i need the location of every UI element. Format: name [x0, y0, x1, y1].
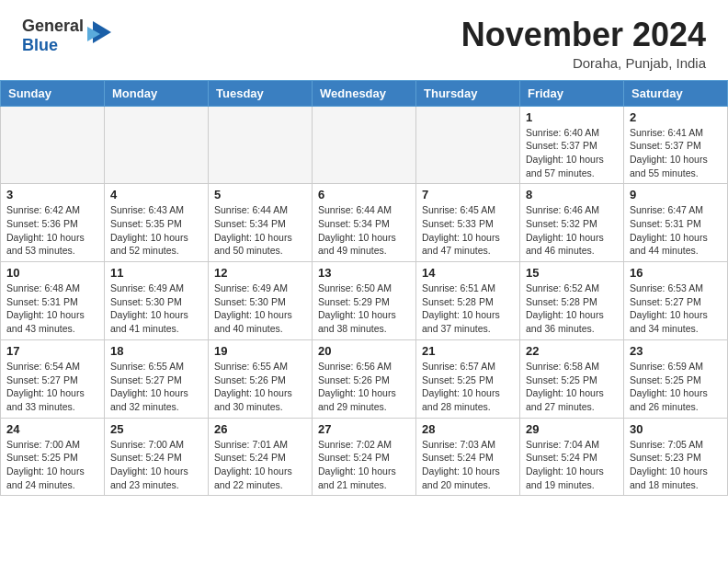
- calendar-cell: 24Sunrise: 7:00 AM Sunset: 5:25 PM Dayli…: [1, 418, 105, 496]
- day-info: Sunrise: 6:49 AM Sunset: 5:30 PM Dayligh…: [110, 282, 202, 336]
- calendar-cell: 25Sunrise: 7:00 AM Sunset: 5:24 PM Dayli…: [105, 418, 209, 496]
- calendar-cell: 1Sunrise: 6:40 AM Sunset: 5:37 PM Daylig…: [520, 106, 624, 184]
- day-number: 27: [318, 422, 410, 436]
- day-info: Sunrise: 6:53 AM Sunset: 5:27 PM Dayligh…: [630, 282, 722, 336]
- day-info: Sunrise: 6:40 AM Sunset: 5:37 PM Dayligh…: [526, 126, 618, 180]
- calendar-cell: 14Sunrise: 6:51 AM Sunset: 5:28 PM Dayli…: [416, 262, 520, 340]
- calendar-cell: [209, 106, 313, 184]
- day-info: Sunrise: 6:44 AM Sunset: 5:34 PM Dayligh…: [214, 203, 306, 258]
- weekday-header-row: SundayMondayTuesdayWednesdayThursdayFrid…: [1, 80, 728, 106]
- day-info: Sunrise: 6:59 AM Sunset: 5:25 PM Dayligh…: [630, 360, 722, 414]
- weekday-header: Monday: [105, 80, 209, 106]
- logo-blue: Blue: [22, 36, 58, 54]
- day-info: Sunrise: 6:50 AM Sunset: 5:29 PM Dayligh…: [318, 282, 410, 336]
- day-info: Sunrise: 7:04 AM Sunset: 5:24 PM Dayligh…: [526, 438, 618, 492]
- calendar-cell: 27Sunrise: 7:02 AM Sunset: 5:24 PM Dayli…: [313, 418, 416, 496]
- day-number: 26: [214, 422, 306, 436]
- calendar-cell: 17Sunrise: 6:54 AM Sunset: 5:27 PM Dayli…: [1, 339, 105, 418]
- calendar-cell: [105, 106, 209, 184]
- day-number: 1: [526, 110, 618, 124]
- month-title: November 2024: [461, 17, 706, 53]
- day-number: 9: [630, 188, 722, 201]
- day-number: 21: [422, 344, 514, 358]
- day-info: Sunrise: 6:44 AM Sunset: 5:34 PM Dayligh…: [318, 203, 410, 258]
- calendar-cell: 18Sunrise: 6:55 AM Sunset: 5:27 PM Dayli…: [105, 339, 209, 418]
- calendar-week-row: 10Sunrise: 6:48 AM Sunset: 5:31 PM Dayli…: [1, 262, 728, 340]
- day-number: 7: [422, 188, 514, 201]
- day-number: 23: [630, 344, 722, 358]
- day-number: 13: [318, 266, 410, 280]
- day-number: 14: [422, 266, 514, 280]
- day-number: 20: [318, 344, 410, 358]
- logo: General Blue: [22, 17, 115, 54]
- calendar-week-row: 3Sunrise: 6:42 AM Sunset: 5:36 PM Daylig…: [1, 184, 728, 262]
- day-info: Sunrise: 7:05 AM Sunset: 5:23 PM Dayligh…: [630, 438, 722, 492]
- day-number: 19: [214, 344, 306, 358]
- calendar-cell: 10Sunrise: 6:48 AM Sunset: 5:31 PM Dayli…: [1, 262, 105, 340]
- calendar-cell: 22Sunrise: 6:58 AM Sunset: 5:25 PM Dayli…: [520, 339, 624, 418]
- weekday-header: Thursday: [416, 80, 520, 106]
- day-info: Sunrise: 6:43 AM Sunset: 5:35 PM Dayligh…: [110, 203, 202, 258]
- day-info: Sunrise: 7:00 AM Sunset: 5:24 PM Dayligh…: [110, 438, 202, 492]
- calendar-cell: [313, 106, 416, 184]
- calendar-cell: 3Sunrise: 6:42 AM Sunset: 5:36 PM Daylig…: [1, 184, 105, 262]
- day-number: 3: [6, 188, 98, 201]
- day-info: Sunrise: 6:52 AM Sunset: 5:28 PM Dayligh…: [526, 282, 618, 336]
- day-number: 6: [318, 188, 410, 201]
- calendar-cell: 20Sunrise: 6:56 AM Sunset: 5:26 PM Dayli…: [313, 339, 416, 418]
- calendar-cell: 28Sunrise: 7:03 AM Sunset: 5:24 PM Dayli…: [416, 418, 520, 496]
- day-number: 29: [526, 422, 618, 436]
- calendar-cell: 6Sunrise: 6:44 AM Sunset: 5:34 PM Daylig…: [313, 184, 416, 262]
- day-number: 17: [6, 344, 98, 358]
- calendar-cell: 29Sunrise: 7:04 AM Sunset: 5:24 PM Dayli…: [520, 418, 624, 496]
- calendar-cell: 21Sunrise: 6:57 AM Sunset: 5:25 PM Dayli…: [416, 339, 520, 418]
- day-info: Sunrise: 6:58 AM Sunset: 5:25 PM Dayligh…: [526, 360, 618, 414]
- day-number: 12: [214, 266, 306, 280]
- day-number: 4: [110, 188, 202, 201]
- day-info: Sunrise: 6:55 AM Sunset: 5:27 PM Dayligh…: [110, 360, 202, 414]
- day-number: 16: [630, 266, 722, 280]
- day-info: Sunrise: 6:51 AM Sunset: 5:28 PM Dayligh…: [422, 282, 514, 336]
- calendar-cell: 9Sunrise: 6:47 AM Sunset: 5:31 PM Daylig…: [624, 184, 728, 262]
- weekday-header: Friday: [520, 80, 624, 106]
- calendar-cell: 13Sunrise: 6:50 AM Sunset: 5:29 PM Dayli…: [313, 262, 416, 340]
- logo-icon: [85, 17, 115, 51]
- calendar-cell: 23Sunrise: 6:59 AM Sunset: 5:25 PM Dayli…: [624, 339, 728, 418]
- day-info: Sunrise: 6:54 AM Sunset: 5:27 PM Dayligh…: [6, 360, 98, 414]
- day-info: Sunrise: 6:48 AM Sunset: 5:31 PM Dayligh…: [6, 282, 98, 336]
- calendar-cell: 26Sunrise: 7:01 AM Sunset: 5:24 PM Dayli…: [209, 418, 313, 496]
- calendar-cell: 12Sunrise: 6:49 AM Sunset: 5:30 PM Dayli…: [209, 262, 313, 340]
- calendar-cell: 19Sunrise: 6:55 AM Sunset: 5:26 PM Dayli…: [209, 339, 313, 418]
- day-info: Sunrise: 7:02 AM Sunset: 5:24 PM Dayligh…: [318, 438, 410, 492]
- calendar-week-row: 24Sunrise: 7:00 AM Sunset: 5:25 PM Dayli…: [1, 418, 728, 496]
- day-number: 10: [6, 266, 98, 280]
- calendar-table: SundayMondayTuesdayWednesdayThursdayFrid…: [0, 80, 728, 497]
- weekday-header: Tuesday: [209, 80, 313, 106]
- day-number: 30: [630, 422, 722, 436]
- calendar-cell: [416, 106, 520, 184]
- day-info: Sunrise: 7:00 AM Sunset: 5:25 PM Dayligh…: [6, 438, 98, 492]
- day-number: 2: [630, 110, 722, 124]
- weekday-header: Saturday: [624, 80, 728, 106]
- calendar-cell: 8Sunrise: 6:46 AM Sunset: 5:32 PM Daylig…: [520, 184, 624, 262]
- day-info: Sunrise: 6:55 AM Sunset: 5:26 PM Dayligh…: [214, 360, 306, 414]
- calendar-cell: 16Sunrise: 6:53 AM Sunset: 5:27 PM Dayli…: [624, 262, 728, 340]
- calendar-cell: 7Sunrise: 6:45 AM Sunset: 5:33 PM Daylig…: [416, 184, 520, 262]
- calendar-cell: 11Sunrise: 6:49 AM Sunset: 5:30 PM Dayli…: [105, 262, 209, 340]
- day-info: Sunrise: 6:56 AM Sunset: 5:26 PM Dayligh…: [318, 360, 410, 414]
- day-number: 15: [526, 266, 618, 280]
- calendar-cell: 2Sunrise: 6:41 AM Sunset: 5:37 PM Daylig…: [624, 106, 728, 184]
- day-info: Sunrise: 6:45 AM Sunset: 5:33 PM Dayligh…: [422, 203, 514, 258]
- day-info: Sunrise: 7:03 AM Sunset: 5:24 PM Dayligh…: [422, 438, 514, 492]
- day-info: Sunrise: 6:46 AM Sunset: 5:32 PM Dayligh…: [526, 203, 618, 258]
- day-info: Sunrise: 6:49 AM Sunset: 5:30 PM Dayligh…: [214, 282, 306, 336]
- title-block: November 2024 Doraha, Punjab, India: [461, 17, 706, 71]
- calendar-cell: 4Sunrise: 6:43 AM Sunset: 5:35 PM Daylig…: [105, 184, 209, 262]
- day-number: 8: [526, 188, 618, 201]
- day-info: Sunrise: 7:01 AM Sunset: 5:24 PM Dayligh…: [214, 438, 306, 492]
- calendar-cell: [1, 106, 105, 184]
- day-number: 11: [110, 266, 202, 280]
- calendar-cell: 5Sunrise: 6:44 AM Sunset: 5:34 PM Daylig…: [209, 184, 313, 262]
- calendar-week-row: 17Sunrise: 6:54 AM Sunset: 5:27 PM Dayli…: [1, 339, 728, 418]
- day-number: 22: [526, 344, 618, 358]
